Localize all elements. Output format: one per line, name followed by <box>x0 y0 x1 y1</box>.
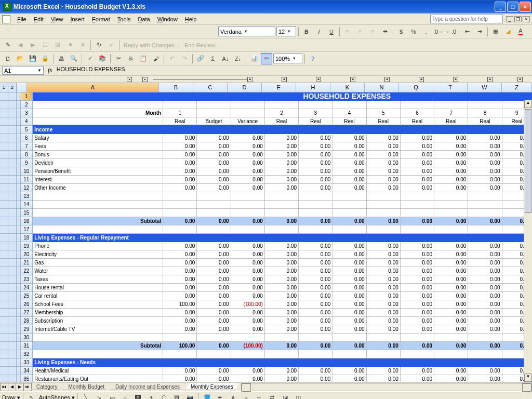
cell[interactable]: 0.00 <box>367 134 401 142</box>
reply-with-changes-button[interactable]: Reply with Changes... <box>122 42 181 48</box>
comma-button[interactable]: , <box>420 26 432 37</box>
cell[interactable]: 6 <box>401 109 434 117</box>
row-header-2[interactable]: 2 <box>21 101 33 109</box>
cell[interactable]: 0.00 <box>332 250 366 259</box>
select-all-corner[interactable] <box>17 83 27 92</box>
cell[interactable]: Subscription <box>33 317 163 325</box>
cell[interactable]: 0.00 <box>468 259 502 267</box>
cell[interactable]: 0.00 <box>468 317 502 325</box>
cell[interactable]: 0.00 <box>367 184 401 192</box>
cell[interactable]: 0.00 <box>468 151 502 159</box>
row-header-18[interactable]: 18 <box>21 234 33 242</box>
cell[interactable]: Real <box>367 117 401 126</box>
cell[interactable]: 0.00 <box>265 217 299 225</box>
cell[interactable]: 100.00 <box>163 300 197 309</box>
cell[interactable]: 0.00 <box>265 292 299 300</box>
cell[interactable]: 0.00 <box>401 250 434 259</box>
cell[interactable] <box>231 334 265 342</box>
next-comment-button[interactable]: ▶ <box>27 39 38 51</box>
cell[interactable]: 0.00 <box>163 142 197 151</box>
row-header-5[interactable]: 5 <box>21 126 33 134</box>
column-header-Z[interactable]: Z <box>502 83 532 92</box>
rectangle-tool[interactable]: ▭ <box>107 392 118 400</box>
row-header-34[interactable]: 34 <box>21 367 33 375</box>
cell[interactable]: Deviden <box>33 159 163 167</box>
cell[interactable]: 0.00 <box>163 242 197 250</box>
cell[interactable] <box>299 201 332 209</box>
row-header-24[interactable]: 24 <box>21 284 33 292</box>
column-group-expand[interactable]: + <box>282 77 287 82</box>
cell[interactable]: 1 <box>163 109 197 117</box>
cell[interactable] <box>367 358 401 367</box>
row-header-4[interactable]: 4 <box>21 117 33 126</box>
row-header-29[interactable]: 29 <box>21 325 33 334</box>
cell[interactable] <box>332 101 366 109</box>
cell[interactable]: 0.00 <box>332 325 366 334</box>
cell[interactable]: 0.00 <box>367 367 401 375</box>
row-header-10[interactable]: 10 <box>21 167 33 176</box>
cell[interactable] <box>197 350 231 358</box>
cell[interactable]: 0.00 <box>468 159 502 167</box>
cell[interactable]: 0.00 <box>265 317 299 325</box>
row-header-6[interactable]: 6 <box>21 134 33 142</box>
cell[interactable]: 0.00 <box>434 134 468 142</box>
cell[interactable]: (100.00) <box>231 300 265 309</box>
cell[interactable] <box>265 234 299 242</box>
cell[interactable] <box>434 192 468 201</box>
cell[interactable]: Subtotal <box>33 217 163 225</box>
cell[interactable]: 0.00 <box>401 275 434 284</box>
cell[interactable]: 0.00 <box>468 284 502 292</box>
cell[interactable]: 0.00 <box>468 300 502 309</box>
align-center-button[interactable]: ≡ <box>354 26 366 37</box>
line-style-tool[interactable]: ≡ <box>241 392 252 400</box>
cell[interactable]: 0.00 <box>231 250 265 259</box>
cell[interactable] <box>434 201 468 209</box>
cell[interactable]: 0.00 <box>434 267 468 275</box>
cell[interactable] <box>468 201 502 209</box>
formula-input[interactable]: HOUSEHOLD EXPENSES <box>57 66 530 75</box>
cell[interactable]: 0.00 <box>197 259 231 267</box>
cell[interactable]: 0.00 <box>332 151 366 159</box>
row-header-3[interactable]: 3 <box>21 109 33 117</box>
column-group-expand[interactable]: + <box>350 77 355 82</box>
doc-minimize-button[interactable]: _ <box>506 16 513 22</box>
decrease-indent-button[interactable]: ⇤ <box>461 26 473 37</box>
cell[interactable]: 2 <box>265 109 299 117</box>
cell[interactable] <box>197 209 231 217</box>
cell[interactable] <box>231 234 265 242</box>
cell[interactable] <box>197 201 231 209</box>
cell[interactable]: 0.00 <box>434 275 468 284</box>
cell[interactable]: 0.00 <box>163 250 197 259</box>
cell[interactable]: 0.00 <box>231 176 265 184</box>
menu-edit[interactable]: Edit <box>30 15 47 23</box>
cell[interactable] <box>231 350 265 358</box>
cell[interactable]: 0.00 <box>299 184 332 192</box>
cell[interactable]: 0.00 <box>231 375 265 382</box>
cell[interactable] <box>33 92 163 101</box>
cell[interactable]: Bonus <box>33 151 163 159</box>
cell[interactable]: 0.00 <box>265 342 299 350</box>
cell[interactable]: Car rental <box>33 292 163 300</box>
dash-style-tool[interactable]: ┅ <box>254 392 265 400</box>
row-header-9[interactable]: 9 <box>21 159 33 167</box>
cell[interactable]: Real <box>163 117 197 126</box>
doc-restore-button[interactable]: ❐ <box>514 16 522 22</box>
row-header-19[interactable]: 19 <box>21 242 33 250</box>
cell[interactable]: 0.00 <box>231 292 265 300</box>
column-header-H[interactable]: H <box>296 83 330 92</box>
cell[interactable]: 0.00 <box>434 167 468 176</box>
sheet-tab-daily-income-and-expenses[interactable]: Daily Income and Expenses <box>110 383 185 390</box>
cell[interactable]: 0.00 <box>367 267 401 275</box>
cell[interactable]: 0.00 <box>434 242 468 250</box>
cell[interactable]: 0.00 <box>163 184 197 192</box>
cell[interactable] <box>332 126 366 134</box>
cell[interactable]: 0.00 <box>197 184 231 192</box>
row-header-25[interactable]: 25 <box>21 292 33 300</box>
cell[interactable] <box>367 234 401 242</box>
cell[interactable] <box>401 101 434 109</box>
cell[interactable] <box>434 209 468 217</box>
paste-button[interactable]: 📋 <box>138 53 149 64</box>
cell[interactable]: 0.00 <box>332 300 366 309</box>
cell[interactable]: 0.00 <box>367 375 401 382</box>
cell[interactable]: 0.00 <box>265 184 299 192</box>
